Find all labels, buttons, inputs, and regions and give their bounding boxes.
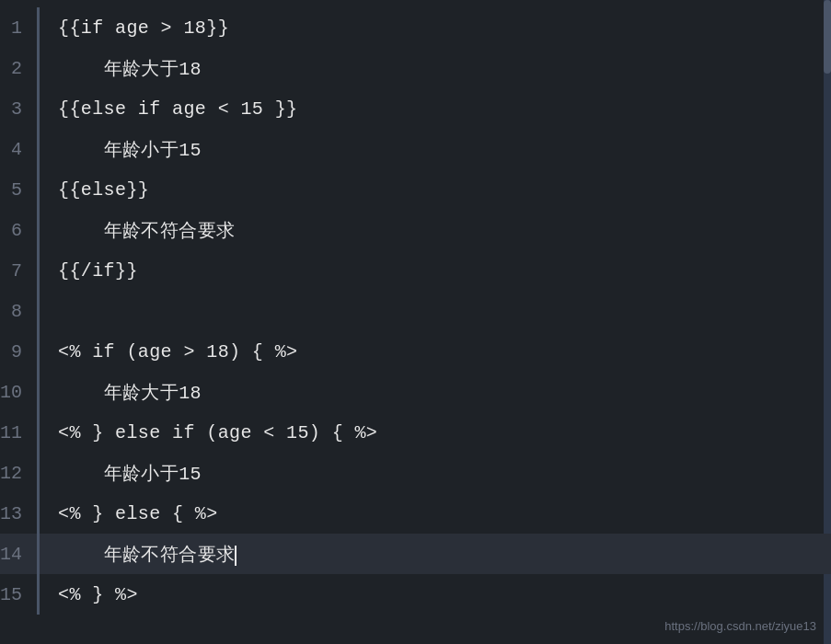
code-line: 4 年龄小于15 [0, 129, 831, 169]
line-number: 4 [0, 139, 37, 160]
watermark: https://blog.csdn.net/ziyue13 [664, 619, 816, 633]
line-number: 5 [0, 179, 37, 201]
line-content: {{else}} [40, 179, 149, 201]
line-number: 9 [0, 341, 37, 362]
code-line: 9<% if (age > 18) { %> [0, 331, 831, 372]
code-line: 14 年龄不符合要求 [0, 534, 831, 574]
line-content: {{if age > 18}} [40, 17, 229, 39]
text-cursor [235, 546, 237, 566]
code-line: 5{{else}} [0, 169, 831, 210]
line-number: 15 [0, 584, 37, 605]
line-content: {{/if}} [40, 260, 138, 282]
line-content: <% } %> [40, 584, 138, 605]
line-number: 6 [0, 220, 37, 241]
line-number: 7 [0, 260, 37, 282]
code-editor: 1{{if age > 18}}2 年龄大于183{{else if age <… [0, 0, 831, 644]
code-line: 10 年龄大于18 [0, 372, 831, 412]
line-content: 年龄小于15 [40, 461, 202, 486]
line-number: 14 [0, 544, 37, 565]
code-line: 13<% } else { %> [0, 493, 831, 534]
line-number: 8 [0, 301, 37, 322]
line-content: <% } else { %> [40, 503, 218, 524]
line-number: 13 [0, 503, 37, 524]
line-content: 年龄不符合要求 [40, 542, 237, 567]
code-line: 6 年龄不符合要求 [0, 210, 831, 250]
line-number: 10 [0, 382, 37, 403]
line-content: <% if (age > 18) { %> [40, 341, 297, 362]
line-number: 11 [0, 422, 37, 443]
line-content: 年龄不符合要求 [40, 218, 235, 243]
line-number: 1 [0, 17, 37, 39]
line-content: 年龄大于18 [40, 56, 202, 81]
code-line: 7{{/if}} [0, 250, 831, 291]
code-line: 11<% } else if (age < 15) { %> [0, 412, 831, 453]
code-line: 12 年龄小于15 [0, 453, 831, 493]
line-number: 2 [0, 58, 37, 79]
code-line: 2 年龄大于18 [0, 48, 831, 88]
line-content: <% } else if (age < 15) { %> [40, 422, 377, 443]
line-number: 12 [0, 463, 37, 484]
line-bar [37, 291, 40, 331]
line-number: 3 [0, 98, 37, 120]
code-line: 8 [0, 291, 831, 331]
line-content: 年龄大于18 [40, 380, 202, 405]
code-line: 1{{if age > 18}} [0, 7, 831, 48]
code-line: 15<% } %> [0, 574, 831, 615]
line-content: 年龄小于15 [40, 137, 202, 162]
code-line: 3{{else if age < 15 }} [0, 88, 831, 129]
line-content: {{else if age < 15 }} [40, 98, 297, 120]
